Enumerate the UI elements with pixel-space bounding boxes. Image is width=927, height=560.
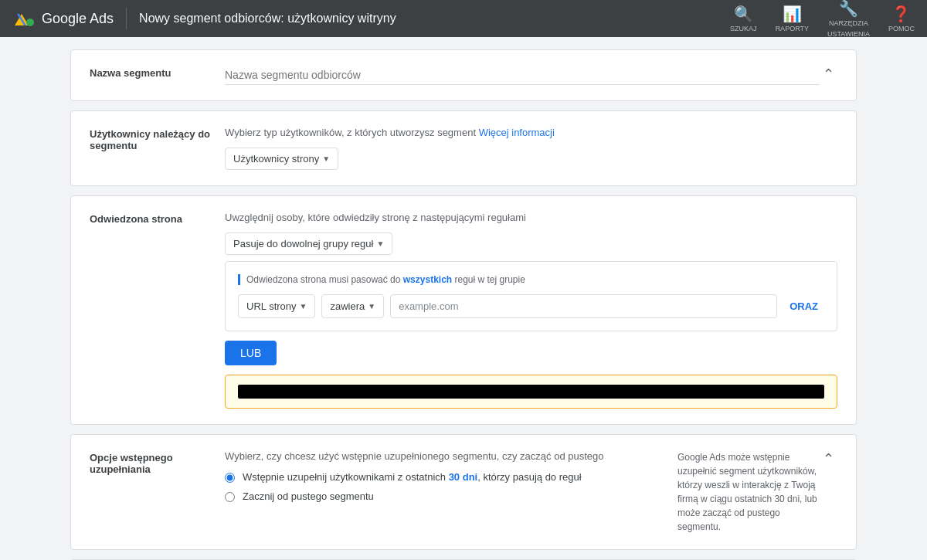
- settings-label: USTAWIENIA: [827, 30, 870, 38]
- url-type-value: URL strony: [246, 300, 297, 312]
- users-type-value: Użytkownicy strony: [233, 153, 319, 165]
- url-value-input[interactable]: [390, 294, 777, 318]
- prefill-fill-label: Wstępnie uzupełnij użytkownikami z ostat…: [243, 471, 582, 483]
- help-action[interactable]: ❓ POMOC: [888, 5, 915, 32]
- url-type-select[interactable]: URL strony ▼: [238, 294, 315, 318]
- visited-page-card: Odwiedzona strona Uwzględnij osoby, któr…: [70, 195, 857, 425]
- nav-divider: [126, 8, 127, 29]
- rule-group-hint: Odwiedzona strona musi pasować do wszyst…: [238, 274, 824, 285]
- rule-group-arrow: ▼: [376, 239, 384, 248]
- oraz-button[interactable]: ORAZ: [783, 300, 824, 312]
- tools-label: NARZĘDZIA: [829, 19, 868, 27]
- visited-page-label: Odwiedzona strona: [90, 212, 225, 225]
- prefill-radio-empty[interactable]: [225, 492, 235, 502]
- reports-icon: 📊: [783, 5, 802, 23]
- condition-select[interactable]: zawiera ▼: [321, 294, 384, 318]
- visited-page-content: Uwzględnij osoby, które odwiedziły stron…: [225, 212, 837, 409]
- page-title: Nowy segment odbiorców: użytkownicy witr…: [139, 12, 396, 25]
- prefill-collapse-button[interactable]: ⌃: [820, 450, 837, 467]
- users-desc: Wybierz typ użytkowników, z których utwo…: [225, 127, 837, 138]
- users-row: Użytkownicy należący do segmentu Wybierz…: [71, 111, 856, 185]
- tools-action[interactable]: 🔧 NARZĘDZIA USTAWIENIA: [827, 0, 870, 38]
- condition-value: zawiera: [330, 300, 365, 312]
- prefill-desc: Wybierz, czy chcesz użyć wstępnie uzupeł…: [225, 450, 665, 462]
- rule-group-value: Pasuje do dowolnej grupy reguł: [233, 238, 373, 249]
- main-content: Nazwa segmentu ⌃ Użytkownicy należący do…: [58, 37, 869, 560]
- segment-name-input[interactable]: [225, 66, 820, 85]
- users-card: Użytkownicy należący do segmentu Wybierz…: [70, 110, 857, 186]
- segment-name-label: Nazwa segmentu: [90, 66, 225, 79]
- tip-area: [225, 375, 837, 409]
- users-type-arrow: ▼: [322, 154, 330, 163]
- prefill-content: Wybierz, czy chcesz użyć wstępnie uzupeł…: [225, 450, 665, 510]
- prefill-option-empty[interactable]: Zacznij od pustego segmentu: [225, 490, 665, 502]
- nav-actions: 🔍 SZUKAJ 📊 RAPORTY 🔧 NARZĘDZIA USTAWIENI…: [730, 0, 915, 38]
- help-icon: ❓: [891, 5, 911, 23]
- users-label: Użytkownicy należący do segmentu: [90, 127, 225, 151]
- visited-page-desc: Uwzględnij osoby, które odwiedziły stron…: [225, 212, 837, 223]
- prefill-radio-group: Wstępnie uzupełnij użytkownikami z ostat…: [225, 471, 665, 502]
- rule-group-dropdown[interactable]: Pasuje do dowolnej grupy reguł ▼: [225, 232, 392, 255]
- rule-row: URL strony ▼ zawiera ▼ ORAZ: [238, 294, 824, 318]
- users-more-info-link[interactable]: Więcej informacji: [479, 127, 555, 138]
- tools-icon: 🔧: [839, 0, 858, 18]
- rule-group-container: Odwiedzona strona musi pasować do wszyst…: [225, 261, 837, 331]
- visited-page-row: Odwiedzona strona Uwzględnij osoby, któr…: [71, 196, 856, 424]
- search-action[interactable]: 🔍 SZUKAJ: [730, 5, 757, 32]
- url-type-arrow: ▼: [300, 302, 307, 311]
- reports-label: RAPORTY: [776, 25, 809, 32]
- lub-button[interactable]: LUB: [225, 341, 277, 365]
- top-navigation: Google Ads Nowy segment odbiorców: użytk…: [0, 0, 927, 37]
- condition-arrow: ▼: [368, 302, 375, 311]
- app-logo: Google Ads: [12, 7, 114, 30]
- prefill-help: Google Ads może wstępnie uzupełnić segme…: [665, 450, 820, 534]
- google-ads-logo-icon: [12, 7, 36, 30]
- segment-name-collapse-button[interactable]: ⌃: [820, 66, 837, 83]
- redacted-content: [238, 385, 824, 399]
- segment-name-content: [225, 66, 820, 85]
- app-brand: Google Ads: [42, 11, 114, 27]
- prefill-option-fill[interactable]: Wstępnie uzupełnij użytkownikami z ostat…: [225, 471, 665, 483]
- prefill-radio-fill[interactable]: [225, 473, 235, 483]
- prefill-empty-label: Zacznij od pustego segmentu: [243, 490, 374, 502]
- users-content: Wybierz typ użytkowników, z których utwo…: [225, 127, 837, 170]
- segment-name-card: Nazwa segmentu ⌃: [70, 49, 857, 101]
- prefill-card: Opcje wstępnego uzupełniania Wybierz, cz…: [70, 434, 857, 550]
- search-icon: 🔍: [734, 5, 753, 23]
- search-label: SZUKAJ: [730, 25, 757, 32]
- users-type-dropdown[interactable]: Użytkownicy strony ▼: [225, 148, 338, 170]
- reports-action[interactable]: 📊 RAPORTY: [776, 5, 809, 32]
- segment-name-row: Nazwa segmentu ⌃: [71, 50, 856, 100]
- prefill-row: Opcje wstępnego uzupełniania Wybierz, cz…: [71, 435, 856, 549]
- prefill-label: Opcje wstępnego uzupełniania: [90, 450, 225, 475]
- svg-point-1: [26, 19, 34, 26]
- help-label: POMOC: [888, 25, 915, 32]
